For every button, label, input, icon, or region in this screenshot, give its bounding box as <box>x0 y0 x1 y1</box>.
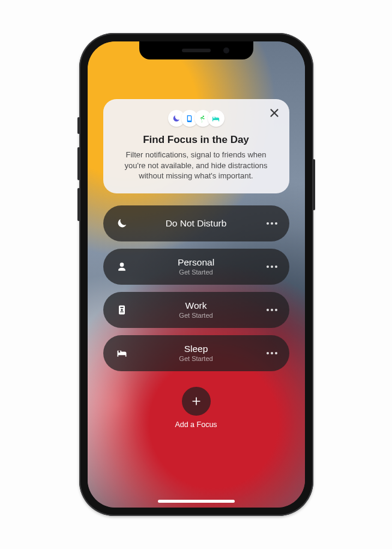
more-button[interactable] <box>267 309 277 311</box>
close-button[interactable] <box>268 106 281 120</box>
close-icon <box>268 106 281 120</box>
focus-mode-do-not-disturb[interactable]: Do Not Disturb <box>103 205 289 241</box>
front-camera <box>223 47 229 53</box>
more-button[interactable] <box>267 265 277 268</box>
add-focus-button[interactable] <box>182 387 211 416</box>
focus-mode-subtitle: Get Started <box>103 355 289 362</box>
silence-switch <box>77 117 80 134</box>
intro-description: Filter notifications, signal to friends … <box>114 150 279 181</box>
add-focus-label: Add a Focus <box>175 420 217 429</box>
add-focus-section: Add a Focus <box>175 387 217 429</box>
phone-frame: Find Focus in the Day Filter notificatio… <box>79 33 313 516</box>
volume-up-button <box>77 147 80 180</box>
focus-mode-subtitle: Get Started <box>103 268 289 276</box>
focus-mode-work[interactable]: Work Get Started <box>103 292 289 328</box>
home-indicator[interactable] <box>158 500 235 503</box>
focus-mode-title: Do Not Disturb <box>103 218 289 229</box>
power-button <box>313 159 315 210</box>
bed-icon <box>115 347 128 359</box>
focus-mode-title: Personal <box>103 257 289 268</box>
focus-mode-subtitle: Get Started <box>103 312 289 319</box>
screen: Find Focus in the Day Filter notificatio… <box>88 41 305 508</box>
focus-mode-list: Do Not Disturb Personal Get Started <box>103 205 289 371</box>
svg-rect-1 <box>120 307 123 308</box>
badge-icon <box>115 304 128 316</box>
plus-icon <box>190 395 202 407</box>
notch <box>139 41 253 59</box>
bed-icon <box>208 110 225 127</box>
focus-mode-title: Work <box>103 300 289 311</box>
focus-mode-title: Sleep <box>103 344 289 354</box>
moon-icon <box>115 217 128 229</box>
focus-intro-card: Find Focus in the Day Filter notificatio… <box>103 99 289 193</box>
volume-down-button <box>77 188 80 221</box>
person-icon <box>115 261 128 273</box>
more-button[interactable] <box>267 352 277 354</box>
svg-point-2 <box>121 309 122 311</box>
focus-mode-sleep[interactable]: Sleep Get Started <box>103 335 289 371</box>
focus-mode-personal[interactable]: Personal Get Started <box>103 249 289 285</box>
intro-title: Find Focus in the Day <box>114 134 279 146</box>
intro-icon-row <box>114 110 279 127</box>
more-button[interactable] <box>267 222 277 225</box>
speaker <box>182 49 211 52</box>
focus-setup-view: Find Focus in the Day Filter notificatio… <box>88 41 305 508</box>
svg-rect-3 <box>120 311 124 312</box>
